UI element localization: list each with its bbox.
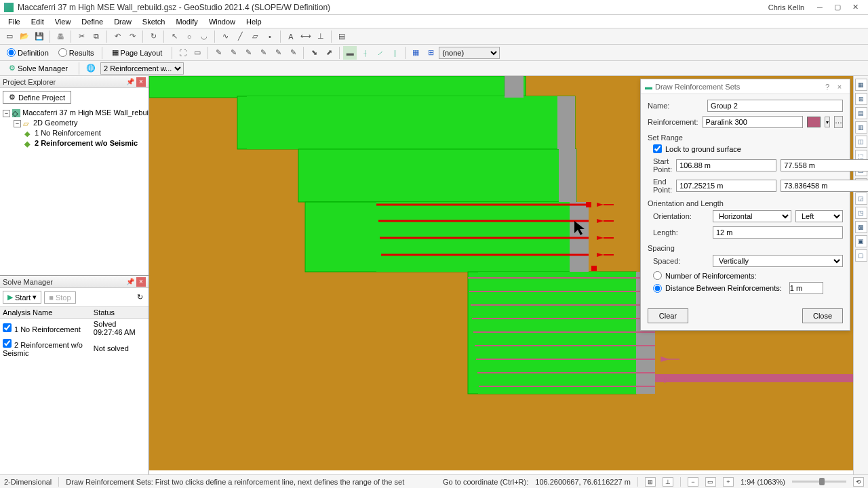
- end-y-input[interactable]: [781, 180, 868, 192]
- pin-icon[interactable]: 📌: [125, 277, 135, 287]
- tree-analysis-1[interactable]: ◆1 No Reinforcement: [3, 128, 146, 138]
- reinforcement-input[interactable]: [703, 116, 803, 128]
- menu-draw[interactable]: Draw: [108, 16, 137, 27]
- right-tool-5[interactable]: ◫: [855, 136, 867, 148]
- tool-pointer-icon[interactable]: ↖: [167, 30, 181, 43]
- panel-close-icon[interactable]: ×: [136, 277, 146, 287]
- length-input[interactable]: [713, 226, 843, 239]
- undo-icon[interactable]: ↶: [111, 30, 124, 43]
- start-y-input[interactable]: [781, 159, 868, 171]
- right-tool-12[interactable]: ▣: [855, 235, 867, 247]
- pin-icon[interactable]: 📌: [125, 77, 135, 87]
- right-tool-10[interactable]: ◳: [855, 207, 867, 219]
- right-tool-1[interactable]: ▦: [855, 79, 867, 91]
- name-input[interactable]: [707, 100, 843, 112]
- reinforcement-browse-button[interactable]: …: [834, 116, 843, 128]
- edit-line-icon[interactable]: ✎: [226, 46, 240, 60]
- close-button[interactable]: Close: [802, 308, 843, 323]
- pile-icon[interactable]: |: [388, 46, 401, 60]
- print-icon[interactable]: 🖶: [54, 30, 67, 43]
- dialog-close-icon[interactable]: ×: [833, 83, 846, 91]
- zoom-reset-icon[interactable]: ⟲: [853, 477, 864, 487]
- collapse-icon[interactable]: −: [14, 120, 21, 127]
- grid-icon[interactable]: ⊞: [424, 46, 437, 60]
- menu-define[interactable]: Define: [76, 16, 108, 27]
- ortho-icon[interactable]: ⊥: [663, 477, 673, 487]
- edit-point-icon[interactable]: ✎: [212, 46, 225, 60]
- reinforcement-dropdown-icon[interactable]: ▾: [825, 117, 830, 127]
- tool-arc-icon[interactable]: ◡: [197, 30, 211, 43]
- edit-region-icon[interactable]: ✎: [241, 46, 255, 60]
- edit-mat-icon[interactable]: ✎: [271, 46, 285, 60]
- minimize-button[interactable]: ─: [811, 1, 829, 14]
- redraw-icon[interactable]: ↻: [146, 30, 160, 43]
- tool-region-icon[interactable]: ▱: [248, 30, 262, 43]
- spaced-select[interactable]: Vertically: [713, 255, 843, 267]
- analysis-select[interactable]: 2 Reinforcement w...: [100, 62, 184, 75]
- edit-mesh-icon[interactable]: ✎: [286, 46, 300, 60]
- tool-polyline-icon[interactable]: ∿: [218, 30, 232, 43]
- tool-line-icon[interactable]: ╱: [233, 30, 247, 43]
- mode-results[interactable]: Results: [54, 48, 98, 57]
- mode-definition[interactable]: Definition: [3, 48, 53, 57]
- edit-bc-icon[interactable]: ✎: [256, 46, 270, 60]
- tool-point-icon[interactable]: •: [263, 30, 277, 43]
- zoom-in-icon[interactable]: +: [723, 477, 734, 487]
- close-button[interactable]: ✕: [846, 1, 864, 14]
- zoom-extent-icon[interactable]: ⛶: [176, 46, 189, 60]
- tool-text-icon[interactable]: A: [284, 30, 298, 43]
- lock-ground-checkbox[interactable]: [653, 144, 662, 153]
- right-tool-11[interactable]: ▩: [855, 221, 867, 233]
- tree-analysis-2[interactable]: ◆2 Reinforcement w/o Seismic: [3, 138, 146, 148]
- zoom-out-icon[interactable]: −: [688, 477, 698, 487]
- collapse-icon[interactable]: −: [3, 110, 10, 117]
- start-x-input[interactable]: [676, 159, 776, 171]
- stop-button[interactable]: ■Stop: [44, 291, 75, 304]
- solve-row[interactable]: 2 Reinforcement w/o SeismicNot solved: [0, 338, 149, 359]
- menu-edit[interactable]: Edit: [26, 16, 50, 27]
- refresh-icon[interactable]: ↻: [134, 291, 146, 304]
- nail-icon[interactable]: ⟋: [373, 46, 387, 60]
- canvas-area[interactable]: ▬ Draw Reinforcement Sets ? × Name: Rein…: [149, 76, 853, 474]
- num-reinf-radio[interactable]: [653, 271, 662, 280]
- new-icon[interactable]: ▭: [3, 30, 16, 43]
- solve-manager-button[interactable]: ⚙Solve Manager: [3, 62, 74, 75]
- row-checkbox[interactable]: [3, 323, 12, 332]
- row-checkbox[interactable]: [3, 339, 12, 348]
- cut-icon[interactable]: ✂: [75, 30, 88, 43]
- help-icon[interactable]: ?: [821, 83, 833, 91]
- select-icon[interactable]: ▭: [191, 46, 204, 60]
- menu-sketch[interactable]: Sketch: [137, 16, 171, 27]
- redo-icon[interactable]: ↷: [125, 30, 139, 43]
- right-tool-4[interactable]: ▥: [855, 121, 867, 134]
- direction-select[interactable]: Left: [795, 210, 843, 222]
- menu-window[interactable]: Window: [203, 16, 241, 27]
- define-project-button[interactable]: ⚙ Define Project: [3, 91, 71, 104]
- dialog-title-bar[interactable]: ▬ Draw Reinforcement Sets ? ×: [641, 79, 850, 94]
- contour-icon[interactable]: ▦: [409, 46, 422, 60]
- tool-dim-icon[interactable]: ⟷: [299, 30, 313, 43]
- menu-help[interactable]: Help: [241, 16, 267, 27]
- save-icon[interactable]: 💾: [33, 30, 46, 43]
- tool-circle-icon[interactable]: ○: [182, 30, 196, 43]
- dist-reinf-input[interactable]: [789, 282, 823, 294]
- open-icon[interactable]: 📂: [18, 30, 31, 43]
- anchor-icon[interactable]: ⟊: [358, 46, 372, 60]
- right-tool-9[interactable]: ◲: [855, 192, 867, 205]
- panel-close-icon[interactable]: ×: [136, 77, 146, 87]
- right-tool-3[interactable]: ▤: [855, 107, 867, 119]
- tree-geometry[interactable]: −▱2D Geometry: [3, 118, 146, 128]
- tool-layers-icon[interactable]: ▤: [335, 30, 349, 43]
- solve-row[interactable]: 1 No ReinforcementSolved 09:27:46 AM: [0, 319, 149, 338]
- slip-entry-icon[interactable]: ⬊: [307, 46, 321, 60]
- clear-button[interactable]: Clear: [648, 308, 688, 323]
- zoom-fit-icon[interactable]: ▭: [705, 477, 716, 487]
- orientation-select[interactable]: Horizontal: [713, 210, 791, 222]
- zoom-slider[interactable]: [792, 481, 846, 483]
- end-x-input[interactable]: [676, 180, 776, 192]
- copy-icon[interactable]: ⧉: [90, 30, 103, 43]
- slip-exit-icon[interactable]: ⬈: [322, 46, 336, 60]
- dist-reinf-radio[interactable]: [653, 284, 662, 293]
- analysis-tree-icon[interactable]: 🌐: [84, 62, 98, 75]
- material-select[interactable]: (none): [439, 47, 500, 59]
